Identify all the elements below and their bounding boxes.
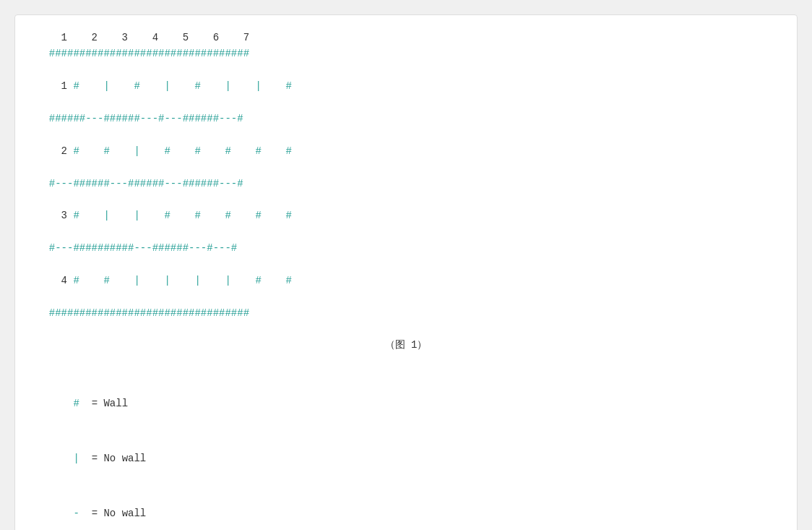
row-3-line2: #---##########---######---#---# [37,240,775,256]
row-2-line1: 2 # # | # # # # # [37,127,775,175]
code-block: 1 2 3 4 5 6 7 ##########################… [14,14,798,530]
row-4-line1: 4 # # | | | | # # [37,256,775,304]
figure-caption: （图 1） [37,337,775,353]
row-1-line2: ######---######---#---######---# [37,111,775,127]
col-header: 1 2 3 4 5 6 7 [37,30,775,46]
row-2-line2: #---######---######---######---# [37,176,775,192]
legend-item-hash: # = Wall [37,377,775,432]
legend-item-dash: - = No wall [37,486,775,530]
row-1-line1: 1 # | # | # | | # [37,62,775,111]
legend-section: # = Wall | = No wall - = No wall [37,377,775,530]
legend-item-pipe: | = No wall [37,432,775,487]
row-3-line1: 3 # | | # # # # # [37,192,775,240]
bottom-wall: ################################# [37,305,775,321]
top-wall: ################################# [37,46,775,61]
